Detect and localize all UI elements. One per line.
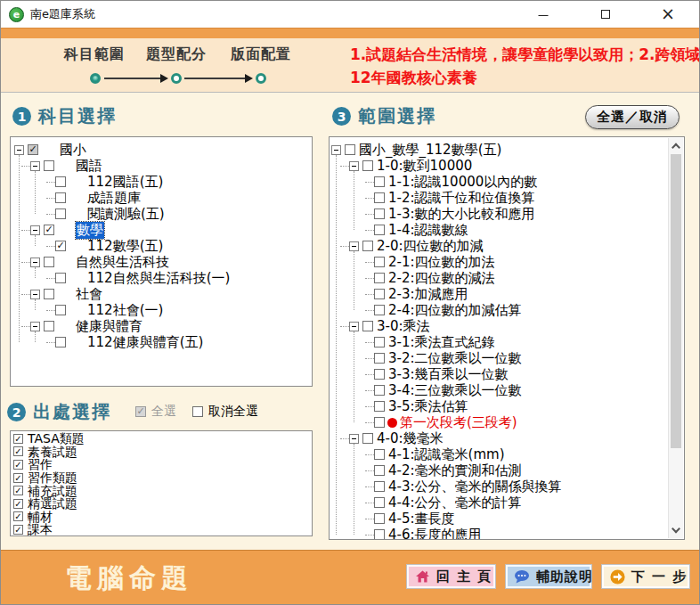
checkbox[interactable]: ✓ xyxy=(44,225,54,235)
source-list-item[interactable]: ✓補充試題 xyxy=(11,484,312,497)
tree-node[interactable]: 112社會(一) xyxy=(11,302,312,318)
tree-node[interactable]: 國語 xyxy=(11,158,312,174)
checkbox[interactable]: ✓ xyxy=(13,499,23,509)
source-list-item[interactable]: ✓習作 xyxy=(11,458,312,471)
tree-node-label[interactable]: 1-2:認識千位和位值換算 xyxy=(388,190,535,207)
checkbox[interactable] xyxy=(374,337,385,347)
checkbox[interactable] xyxy=(55,273,66,283)
checkbox[interactable] xyxy=(362,321,373,331)
checkbox[interactable] xyxy=(374,305,385,315)
tree-node[interactable]: 3-3:幾百乘以一位數 xyxy=(330,366,669,382)
tree-node[interactable]: 3-1:乘法直式紀錄 xyxy=(330,334,669,350)
checkbox[interactable] xyxy=(374,513,385,524)
tree-node-label[interactable]: 112健康與體育(五) xyxy=(87,334,203,351)
scroll-down-icon[interactable] xyxy=(672,525,680,534)
checkbox[interactable] xyxy=(362,241,373,251)
checkbox[interactable] xyxy=(55,208,66,219)
checkbox[interactable] xyxy=(44,289,54,299)
checkbox[interactable] xyxy=(374,369,385,380)
tree-node-label[interactable]: 3-4:三位數乘以一位數 xyxy=(388,382,522,399)
source-item-label[interactable]: 素養試題 xyxy=(28,446,77,458)
checkbox[interactable]: ✓ xyxy=(55,241,66,251)
tree-node-label[interactable]: 國小_數學_112數學(五) xyxy=(359,142,501,159)
tree-node[interactable]: 3-5:乘法估算 xyxy=(330,398,669,414)
collapse-toggle-icon[interactable] xyxy=(14,145,24,155)
tree-node-label[interactable]: 4-1:認識毫米(mm) xyxy=(388,446,504,463)
source-item-label[interactable]: 輔材 xyxy=(28,511,53,523)
tree-node[interactable]: 2-2:四位數的減法 xyxy=(330,270,669,286)
checkbox[interactable]: ✓ xyxy=(13,446,23,456)
tree-node-label[interactable]: 第一次段考(三段考) xyxy=(400,414,517,431)
tree-node[interactable]: 112自然與生活科技(一) xyxy=(11,270,312,286)
tree-node[interactable]: 3-4:三位數乘以一位數 xyxy=(330,382,669,398)
collapse-toggle-icon[interactable] xyxy=(331,145,341,155)
deselect-all-control[interactable]: 取消全選 xyxy=(192,404,258,420)
tree-node-label[interactable]: 3-2:二位數乘以一位數 xyxy=(388,350,522,367)
collapse-toggle-icon[interactable] xyxy=(349,434,359,444)
tree-node[interactable]: ✓112數學(五) xyxy=(11,238,312,254)
tree-node[interactable]: 4-0:幾毫米 xyxy=(330,430,669,446)
checkbox[interactable]: ✓ xyxy=(28,144,38,155)
checkbox[interactable]: ✓ xyxy=(13,434,23,444)
tree-node[interactable]: 4-4:公分、毫米的計算 xyxy=(330,495,669,511)
tree-node[interactable]: 第一次段考(三段考) xyxy=(330,414,669,430)
tree-node-label[interactable]: 國語 xyxy=(76,158,102,175)
checkbox[interactable] xyxy=(374,273,385,283)
checkbox[interactable] xyxy=(345,144,355,155)
tree-node[interactable]: 3-2:二位數乘以一位數 xyxy=(330,350,669,366)
checkbox[interactable] xyxy=(362,160,373,171)
checkbox[interactable] xyxy=(374,176,385,187)
tree-node[interactable]: 1-1:認識10000以內的數 xyxy=(330,174,669,190)
checkbox[interactable] xyxy=(374,529,385,540)
tree-node-label[interactable]: 社會 xyxy=(76,286,102,303)
collapse-toggle-icon[interactable] xyxy=(349,161,359,171)
collapse-toggle-icon[interactable] xyxy=(349,241,359,251)
collapse-toggle-icon[interactable] xyxy=(30,290,40,299)
source-item-label[interactable]: 習作 xyxy=(28,458,53,470)
tree-node[interactable]: 4-5:畫長度 xyxy=(330,511,669,527)
tree-node-label[interactable]: 3-0:乘法 xyxy=(377,318,430,335)
source-item-label[interactable]: TASA類題 xyxy=(28,432,85,445)
checkbox[interactable] xyxy=(374,401,385,412)
checkbox[interactable] xyxy=(374,449,385,460)
checkbox[interactable] xyxy=(374,225,385,235)
minimize-button[interactable] xyxy=(512,1,574,28)
checkbox[interactable] xyxy=(374,385,385,396)
scroll-up-icon[interactable] xyxy=(672,143,680,152)
source-list-item[interactable]: ✓習作類題 xyxy=(11,471,312,485)
collapse-toggle-icon[interactable] xyxy=(349,322,359,331)
collapse-toggle-icon[interactable] xyxy=(30,322,40,331)
help-button[interactable]: 輔助說明 xyxy=(505,564,592,589)
tree-node-label[interactable]: 2-2:四位數的減法 xyxy=(388,270,495,287)
source-item-label[interactable]: 補充試題 xyxy=(28,485,77,497)
tree-node[interactable]: 112健康與體育(五) xyxy=(11,334,312,350)
checkbox[interactable]: ✓ xyxy=(13,460,23,470)
source-list-item[interactable]: ✓課本 xyxy=(11,523,312,536)
tree-node-label[interactable]: 自然與生活科技 xyxy=(76,254,169,271)
checkbox[interactable] xyxy=(374,353,385,364)
tree-node[interactable]: 2-0:四位數的加減 xyxy=(330,238,669,254)
checkbox[interactable] xyxy=(44,321,54,331)
scrollbar[interactable] xyxy=(668,138,683,538)
tree-node-label[interactable]: 2-4:四位數的加減估算 xyxy=(388,302,522,319)
tree-node-label[interactable]: 2-1:四位數的加法 xyxy=(388,254,495,271)
deselect-all-checkbox[interactable] xyxy=(192,406,203,417)
tree-node[interactable]: 閱讀測驗(五) xyxy=(11,206,312,222)
tree-node-label[interactable]: 2-3:加減應用 xyxy=(388,286,468,303)
tree-node-label[interactable]: 4-5:畫長度 xyxy=(388,511,455,527)
tree-node[interactable]: 2-1:四位數的加法 xyxy=(330,254,669,270)
checkbox[interactable] xyxy=(374,289,385,299)
tree-node-label[interactable]: 國小 xyxy=(60,142,86,159)
source-item-label[interactable]: 課本 xyxy=(28,523,53,536)
tree-node-label[interactable]: 閱讀測驗(五) xyxy=(87,206,165,223)
tree-node-label[interactable]: 4-0:幾毫米 xyxy=(377,430,444,447)
home-button[interactable]: 回主頁 xyxy=(406,564,496,589)
tree-node[interactable]: 自然與生活科技 xyxy=(11,254,312,270)
tree-node-label[interactable]: 1-0:數到10000 xyxy=(377,158,472,175)
source-item-label[interactable]: 習作類題 xyxy=(28,471,77,484)
checkbox[interactable]: ✓ xyxy=(13,511,23,521)
tree-node[interactable]: 2-4:四位數的加減估算 xyxy=(330,302,669,318)
checkbox[interactable] xyxy=(44,257,54,267)
checkbox[interactable] xyxy=(55,305,66,315)
collapse-toggle-icon[interactable] xyxy=(30,225,40,235)
